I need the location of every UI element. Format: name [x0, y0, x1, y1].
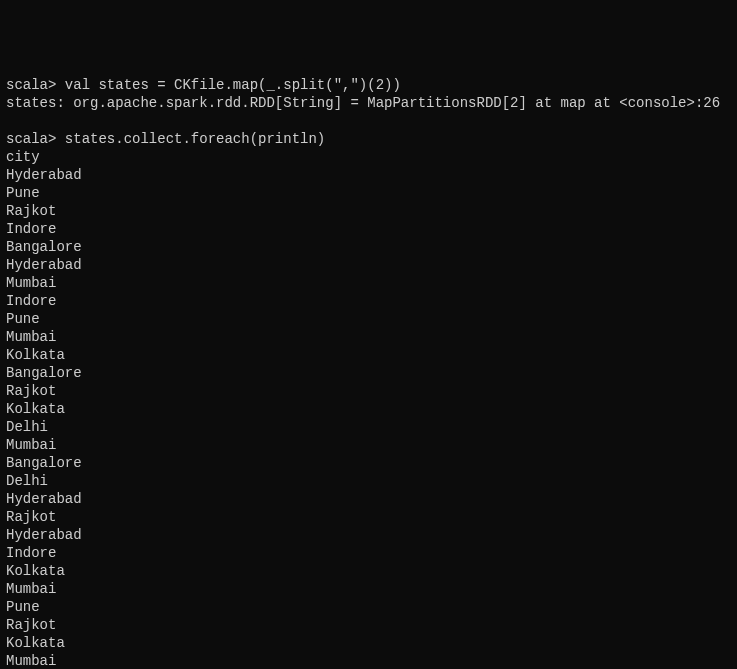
terminal-line-4: city — [6, 148, 731, 166]
scala-prompt: scala> — [6, 77, 56, 93]
terminal-line-28: Mumbai — [6, 580, 731, 598]
terminal-line-24: Rajkot — [6, 508, 731, 526]
output-text: Hyderabad — [6, 527, 82, 543]
command-text: val states = CKfile.map(_.split(",")(2)) — [56, 77, 400, 93]
terminal-line-5: Hyderabad — [6, 166, 731, 184]
terminal-line-27: Kolkata — [6, 562, 731, 580]
terminal-line-32: Mumbai — [6, 652, 731, 669]
terminal-line-23: Hyderabad — [6, 490, 731, 508]
output-text: Kolkata — [6, 347, 65, 363]
terminal-line-0: scala> val states = CKfile.map(_.split("… — [6, 76, 731, 94]
terminal-line-14: Mumbai — [6, 328, 731, 346]
output-text: Hyderabad — [6, 257, 82, 273]
output-text: Mumbai — [6, 275, 56, 291]
output-text: Kolkata — [6, 635, 65, 651]
output-text: Hyderabad — [6, 491, 82, 507]
terminal-line-7: Rajkot — [6, 202, 731, 220]
terminal-line-13: Pune — [6, 310, 731, 328]
command-text: states.collect.foreach(println) — [56, 131, 325, 147]
terminal-line-22: Delhi — [6, 472, 731, 490]
terminal-line-20: Mumbai — [6, 436, 731, 454]
output-text: Pune — [6, 311, 40, 327]
output-text: Indore — [6, 221, 56, 237]
output-text: Delhi — [6, 473, 48, 489]
terminal-line-30: Rajkot — [6, 616, 731, 634]
terminal-line-15: Kolkata — [6, 346, 731, 364]
output-text: Bangalore — [6, 239, 82, 255]
terminal-line-9: Bangalore — [6, 238, 731, 256]
terminal-line-17: Rajkot — [6, 382, 731, 400]
terminal-line-21: Bangalore — [6, 454, 731, 472]
output-text: Pune — [6, 599, 40, 615]
output-text: Pune — [6, 185, 40, 201]
terminal-line-12: Indore — [6, 292, 731, 310]
output-text: city — [6, 149, 40, 165]
output-text: Indore — [6, 293, 56, 309]
result-text: states: org.apache.spark.rdd.RDD[String]… — [6, 95, 720, 111]
output-text: Bangalore — [6, 455, 82, 471]
output-text: Hyderabad — [6, 167, 82, 183]
terminal-line-19: Delhi — [6, 418, 731, 436]
terminal-line-18: Kolkata — [6, 400, 731, 418]
terminal-line-2 — [6, 112, 731, 130]
output-text: Rajkot — [6, 203, 56, 219]
terminal-line-29: Pune — [6, 598, 731, 616]
terminal-line-11: Mumbai — [6, 274, 731, 292]
scala-prompt: scala> — [6, 131, 56, 147]
terminal-output[interactable]: scala> val states = CKfile.map(_.split("… — [6, 76, 731, 669]
terminal-line-6: Pune — [6, 184, 731, 202]
output-text: Kolkata — [6, 563, 65, 579]
terminal-line-1: states: org.apache.spark.rdd.RDD[String]… — [6, 94, 731, 112]
terminal-line-8: Indore — [6, 220, 731, 238]
output-text: Indore — [6, 545, 56, 561]
terminal-line-26: Indore — [6, 544, 731, 562]
terminal-line-25: Hyderabad — [6, 526, 731, 544]
output-text: Bangalore — [6, 365, 82, 381]
output-text: Rajkot — [6, 509, 56, 525]
output-text: Delhi — [6, 419, 48, 435]
output-text: Rajkot — [6, 617, 56, 633]
terminal-line-10: Hyderabad — [6, 256, 731, 274]
output-text: Kolkata — [6, 401, 65, 417]
output-text: Mumbai — [6, 437, 56, 453]
output-text: Mumbai — [6, 653, 56, 669]
output-text: Mumbai — [6, 581, 56, 597]
output-text: Mumbai — [6, 329, 56, 345]
output-text: Rajkot — [6, 383, 56, 399]
terminal-line-3: scala> states.collect.foreach(println) — [6, 130, 731, 148]
terminal-line-31: Kolkata — [6, 634, 731, 652]
terminal-line-16: Bangalore — [6, 364, 731, 382]
